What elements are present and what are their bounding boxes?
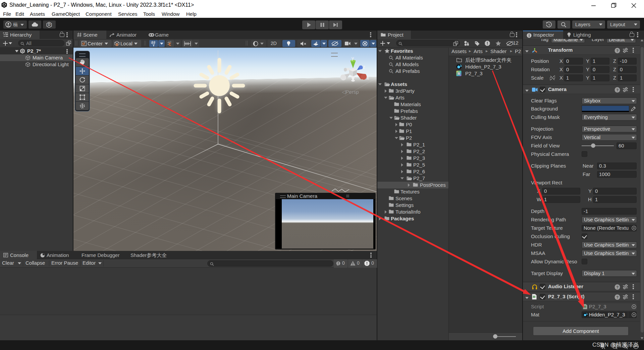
svg-text:S: S [458, 72, 460, 75]
svg-text:y: y [352, 55, 354, 61]
svg-text:x: x [367, 75, 369, 81]
svg-text:?: ? [616, 285, 619, 289]
svg-text:Y: Y [153, 44, 155, 47]
svg-text:?: ? [616, 49, 619, 53]
svg-text:D: D [48, 23, 50, 27]
svg-text:?: ? [616, 88, 619, 92]
svg-text:z: z [363, 64, 365, 70]
svg-text:?: ? [616, 295, 619, 299]
